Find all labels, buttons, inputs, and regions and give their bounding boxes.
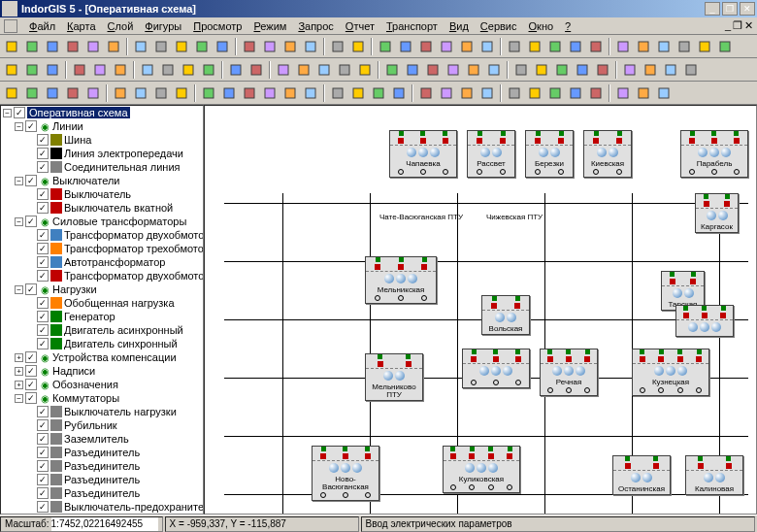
toolbar-button[interactable] — [328, 83, 347, 103]
toolbar-button[interactable] — [681, 60, 701, 80]
checkbox-icon[interactable]: ✓ — [37, 256, 49, 268]
toolbar-button[interactable] — [226, 60, 246, 80]
collapse-icon[interactable]: − — [15, 285, 23, 294]
expand-icon[interactable]: + — [15, 381, 23, 389]
substation-Чапаевка[interactable]: Чапаевка — [389, 130, 457, 178]
toolbar-button[interactable] — [43, 37, 62, 56]
substation-Кузнецкая[interactable]: Кузнецкая — [632, 349, 709, 396]
checkbox-icon[interactable]: ✓ — [37, 134, 49, 146]
breaker-icon[interactable] — [535, 138, 541, 144]
breaker-icon[interactable] — [593, 138, 599, 144]
menu-просмотр[interactable]: Просмотр — [187, 19, 247, 33]
breaker-icon[interactable] — [566, 356, 572, 362]
tree-node[interactable]: ✓Выключатель — [1, 187, 203, 201]
breaker-icon[interactable] — [616, 138, 622, 144]
breaker-icon[interactable] — [726, 463, 732, 469]
toolbar-button[interactable] — [654, 83, 674, 103]
toolbar-button[interactable] — [260, 83, 280, 103]
toolbar-button[interactable] — [593, 60, 612, 80]
toolbar-button[interactable] — [199, 60, 218, 80]
toolbar-button[interactable] — [172, 37, 191, 56]
toolbar-button[interactable] — [2, 37, 21, 56]
toolbar-button[interactable] — [314, 60, 334, 80]
maximize-button[interactable]: ❐ — [722, 2, 738, 16]
toolbar-button[interactable] — [545, 37, 565, 56]
breaker-icon[interactable] — [683, 313, 689, 318]
toolbar-button[interactable] — [634, 37, 653, 56]
menu-сервис[interactable]: Сервис — [475, 19, 523, 33]
substation-Рассвет[interactable]: Рассвет — [467, 130, 515, 178]
toolbar-button[interactable] — [586, 83, 606, 103]
checkbox-icon[interactable]: ✓ — [37, 229, 49, 241]
substation-Вольская[interactable]: Вольская — [481, 295, 530, 335]
toolbar-button[interactable] — [151, 83, 171, 103]
toolbar-button[interactable] — [104, 37, 123, 56]
toolbar-button[interactable] — [294, 60, 313, 80]
breaker-icon[interactable] — [558, 138, 564, 144]
toolbar-button[interactable] — [613, 37, 633, 56]
substation-Березки[interactable]: Березки — [525, 130, 574, 178]
breaker-icon[interactable] — [690, 279, 696, 284]
breaker-icon[interactable] — [677, 356, 683, 362]
minimize-button[interactable]: _ — [705, 2, 720, 16]
breaker-icon[interactable] — [720, 313, 726, 318]
toolbar-button[interactable] — [505, 83, 524, 103]
breaker-icon[interactable] — [375, 264, 380, 270]
toolbar-button[interactable] — [111, 60, 130, 80]
visibility-icon[interactable]: ◉ — [39, 175, 50, 186]
tree-node[interactable]: ✓Автотрансформатор — [1, 255, 203, 269]
toolbar-button[interactable] — [301, 83, 320, 103]
toolbar-button[interactable] — [389, 83, 409, 103]
toolbar-button[interactable] — [437, 37, 456, 56]
substation-Речная[interactable]: Речная — [540, 349, 598, 396]
toolbar-button[interactable] — [240, 37, 259, 56]
toolbar-button[interactable] — [382, 60, 402, 80]
tree-node[interactable]: ✓Трансформатор двухобмоточный — [1, 269, 203, 283]
toolbar-button[interactable] — [634, 83, 653, 103]
menu-карта[interactable]: Карта — [61, 19, 101, 33]
tree-node[interactable]: −✓Оперативная схема — [1, 106, 203, 119]
breaker-icon[interactable] — [670, 279, 675, 284]
substation-Киевская[interactable]: Киевская — [583, 130, 632, 178]
checkbox-icon[interactable]: ✓ — [37, 270, 49, 282]
toolbar-button[interactable] — [172, 83, 191, 103]
menu-?[interactable]: ? — [559, 19, 576, 33]
toolbar-button[interactable] — [695, 37, 714, 56]
checkbox-icon[interactable]: ✓ — [37, 297, 49, 309]
checkbox-icon[interactable]: ✓ — [25, 351, 37, 363]
toolbar-button[interactable] — [511, 60, 531, 80]
toolbar-button[interactable] — [586, 37, 606, 56]
scale-input[interactable] — [51, 517, 158, 531]
toolbar-button[interactable] — [63, 37, 82, 56]
toolbar-button[interactable] — [566, 37, 585, 56]
toolbar-button[interactable] — [423, 60, 443, 80]
toolbar-button[interactable] — [641, 60, 660, 80]
toolbar-button[interactable] — [240, 83, 259, 103]
toolbar-button[interactable] — [131, 83, 150, 103]
checkbox-icon[interactable]: ✓ — [14, 107, 25, 118]
toolbar-button[interactable] — [328, 37, 347, 56]
breaker-icon[interactable] — [450, 453, 456, 459]
tree-node[interactable]: ✓Автомат — [1, 514, 203, 515]
toolbar-button[interactable] — [335, 60, 354, 80]
toolbar-button[interactable] — [573, 60, 592, 80]
tree-node[interactable]: +✓◉Устройства компенсации — [1, 350, 203, 364]
toolbar-button[interactable] — [192, 37, 212, 56]
toolbar-button[interactable] — [179, 60, 198, 80]
tree-node[interactable]: −✓◉Нагрузки — [1, 283, 203, 296]
checkbox-icon[interactable]: ✓ — [37, 501, 49, 513]
breaker-icon[interactable] — [702, 313, 708, 318]
toolbar-button[interactable] — [552, 60, 572, 80]
substation-Куликовская[interactable]: Куликовская — [443, 446, 520, 493]
breaker-icon[interactable] — [547, 356, 553, 362]
breaker-icon[interactable] — [689, 138, 695, 144]
toolbar-button[interactable] — [83, 37, 103, 56]
toolbar-button[interactable] — [403, 60, 422, 80]
checkbox-icon[interactable]: ✓ — [37, 243, 49, 254]
breaker-icon[interactable] — [734, 138, 740, 144]
tree-node[interactable]: ✓Выключатель вкатной — [1, 201, 203, 215]
menu-файл[interactable]: Файл — [23, 19, 61, 33]
checkbox-icon[interactable]: ✓ — [37, 433, 49, 445]
toolbar-button[interactable] — [131, 37, 150, 56]
toolbar-button[interactable] — [301, 37, 320, 56]
